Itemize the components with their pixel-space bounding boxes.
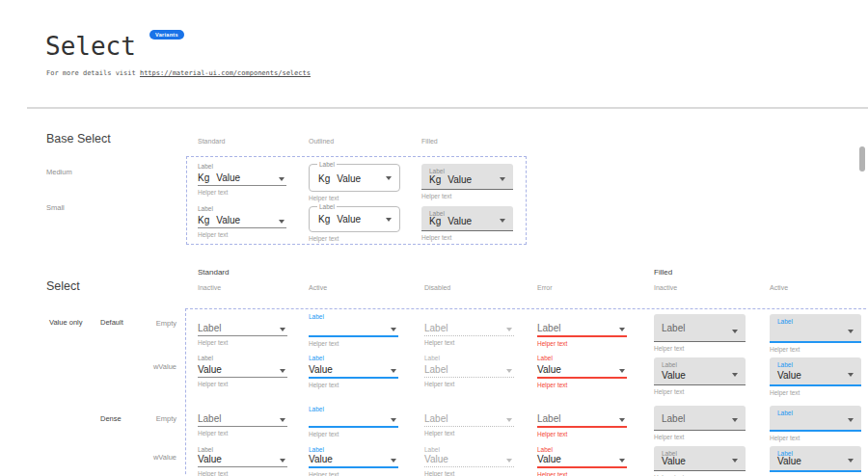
helper-text: Helper text — [198, 339, 287, 346]
dropdown-arrow-icon — [619, 369, 625, 373]
select-input[interactable]: Label — [654, 314, 746, 342]
select-standard-disabled-default-wvalue: LabelLabelHelper text — [424, 355, 514, 387]
helper-text: Helper text — [537, 471, 627, 476]
dropdown-arrow-icon — [386, 176, 392, 180]
subtitle-text: For more details visit — [46, 69, 140, 77]
select-label: Label — [309, 313, 398, 321]
select-input[interactable]: Value — [537, 362, 627, 379]
subtitle: For more details visit https://material-… — [46, 69, 311, 77]
helper-text: Helper text — [654, 388, 746, 395]
helper-text: Helper text — [198, 430, 287, 436]
select-input[interactable]: Label — [198, 413, 287, 427]
select-standard-active-dense-wvalue: LabelValueHelper text — [309, 446, 398, 476]
select-row-label: Empty — [136, 319, 176, 328]
helper-text: Helper text — [770, 435, 861, 441]
select-input[interactable]: Value — [309, 454, 398, 468]
select-label: Label — [309, 406, 398, 413]
select-input[interactable]: Label — [424, 362, 514, 378]
select-value: KgValue — [318, 173, 361, 184]
select-value: Value — [198, 454, 222, 464]
base-select-filled-medium: LabelKgValueHelper text — [421, 164, 513, 199]
select-input[interactable]: LabelKgValue — [309, 164, 400, 192]
base-select-heading: Base Select — [46, 132, 111, 145]
dropdown-arrow-icon — [619, 328, 625, 331]
select-standard-inactive-dense-empty: LabelHelper text — [198, 406, 287, 436]
helper-text: Helper text — [309, 431, 398, 437]
material-ui-link[interactable]: https://material-ui.com/components/selec… — [140, 69, 311, 77]
dropdown-arrow-icon — [732, 418, 738, 422]
helper-text: Helper text — [198, 189, 286, 196]
select-input[interactable]: KgValue — [198, 213, 286, 228]
dropdown-arrow-icon — [280, 418, 285, 422]
select-filled-inactive-dense-empty: LabelHelper text — [654, 406, 746, 440]
select-label: Label — [537, 446, 627, 454]
dropdown-arrow-icon — [391, 328, 396, 331]
select-input[interactable]: LabelKgValue — [421, 164, 513, 190]
select-label: Label — [777, 361, 793, 369]
select-value: Label — [424, 364, 448, 375]
select-standard-error-dense-empty: LabelHelper text — [537, 406, 627, 437]
select-label — [537, 313, 627, 321]
row-subgroup-label: Default — [100, 318, 123, 327]
dropdown-arrow-icon — [506, 459, 512, 463]
select-value: Label — [198, 323, 221, 333]
select-value: Value — [662, 456, 686, 466]
base-select-outlined-medium: LabelKgValueHelper text — [309, 164, 400, 201]
select-standard-active-default-wvalue: LabelValueHelper text — [309, 355, 398, 388]
select-input[interactable]: LabelValue — [654, 357, 746, 385]
base-column-header: Filled — [421, 138, 438, 145]
select-label: Label — [309, 446, 398, 454]
select-input[interactable]: Label — [654, 406, 746, 431]
dropdown-arrow-icon — [386, 218, 392, 222]
dropdown-arrow-icon — [280, 369, 285, 373]
select-standard-inactive-default-wvalue: LabelValueHelper text — [198, 355, 287, 387]
helper-text: Helper text — [421, 193, 513, 199]
select-input[interactable] — [309, 413, 398, 428]
select-input[interactable]: Label — [770, 314, 861, 343]
select-input[interactable]: Label — [537, 321, 627, 337]
select-label: Label — [777, 410, 793, 417]
select-input[interactable]: LabelKgValue — [309, 206, 400, 232]
select-standard-disabled-default-empty: LabelHelper text — [424, 313, 514, 346]
select-input[interactable]: Label — [424, 413, 514, 427]
select-value: Value — [309, 364, 333, 375]
helper-text: Helper text — [537, 431, 627, 437]
select-input[interactable]: KgValue — [198, 171, 286, 186]
select-column-header: Inactive — [198, 284, 221, 291]
select-value: Value — [537, 454, 561, 464]
select-input[interactable]: Label — [198, 321, 287, 336]
select-label: Label — [317, 203, 337, 211]
select-input[interactable]: LabelValue — [770, 357, 861, 386]
select-input[interactable]: Label — [424, 321, 514, 336]
select-input[interactable]: Value — [309, 362, 398, 379]
helper-text: Helper text — [537, 340, 627, 347]
select-value: Label — [424, 413, 448, 424]
select-row-label: wValue — [136, 362, 176, 371]
select-input[interactable]: Value — [198, 454, 287, 467]
select-input[interactable]: Label — [770, 406, 861, 432]
base-column-header: Standard — [198, 138, 225, 145]
dropdown-arrow-icon — [500, 177, 505, 181]
select-input[interactable]: Value — [424, 454, 514, 467]
dropdown-arrow-icon — [848, 330, 854, 333]
select-input[interactable]: LabelValue — [654, 446, 746, 471]
adornment-text: Kg — [198, 215, 209, 225]
select-label: Label — [198, 163, 286, 171]
select-value: Label — [537, 413, 560, 424]
select-input[interactable]: Value — [198, 362, 287, 378]
select-input[interactable]: LabelValue — [770, 446, 861, 472]
dropdown-arrow-icon — [391, 369, 396, 373]
helper-text: Helper text — [770, 346, 861, 353]
select-input[interactable]: Value — [537, 454, 627, 468]
select-column-header: Active — [770, 284, 788, 291]
helper-text: Helper text — [424, 470, 514, 476]
dropdown-arrow-icon — [619, 418, 625, 422]
select-label — [424, 406, 514, 413]
dropdown-arrow-icon — [280, 328, 285, 331]
vertical-scrollbar-thumb[interactable] — [859, 146, 865, 172]
select-input[interactable]: LabelKgValue — [421, 206, 513, 231]
helper-text: Helper text — [424, 381, 514, 387]
select-input[interactable] — [309, 321, 398, 337]
select-standard-active-default-empty: LabelHelper text — [309, 313, 398, 347]
select-input[interactable]: Label — [537, 413, 627, 428]
